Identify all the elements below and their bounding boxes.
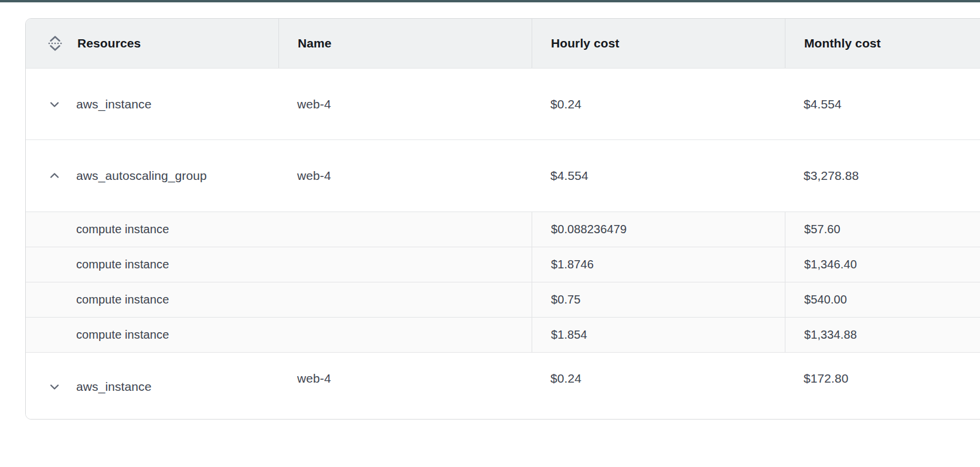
hourly-cost-cell: $1.8746 [532,247,785,282]
hourly-cost-cell: $0.24 [532,353,785,419]
component-name-cell: compute instance [26,212,532,247]
cost-component-row: compute instance $0.75 $540.00 [26,282,980,317]
component-name-cell: compute instance [26,282,532,317]
resource-type: aws_autoscaling_group [76,169,207,183]
table-row[interactable]: aws_instance web-4 $0.24 $4.554 [26,68,980,139]
chevron-down-icon[interactable] [47,97,62,111]
hourly-cost-cell: $0.75 [532,282,785,317]
resource-name-cell: web-4 [278,69,532,139]
column-header-label: Hourly cost [551,36,620,50]
table-row[interactable]: aws_autoscaling_group web-4 $4.554 $3,27… [26,139,980,212]
monthly-cost-cell: $3,278.88 [785,140,980,212]
component-name-cell: compute instance [26,247,532,282]
monthly-cost-cell: $172.80 [785,353,980,419]
monthly-cost-cell: $4.554 [785,69,980,139]
column-header-label: Monthly cost [804,36,881,50]
monthly-cost-cell: $57.60 [785,212,980,247]
top-accent-bar [0,0,980,2]
chevron-down-icon[interactable] [47,380,62,394]
hourly-cost-cell: $4.554 [532,140,785,212]
resource-type: aws_instance [76,97,151,111]
table-header-row: Resources Name Hourly cost Monthly cost [26,19,980,68]
table-row[interactable]: aws_instance web-4 $0.24 $172.80 [26,352,980,419]
column-header-monthly-cost: Monthly cost [785,19,980,68]
chevron-up-icon[interactable] [47,169,62,183]
monthly-cost-cell: $1,334.88 [785,318,980,352]
column-header-name: Name [278,19,532,68]
column-header-label: Name [298,36,332,50]
hourly-cost-cell: $0.088236479 [532,212,785,247]
component-name-cell: compute instance [26,318,532,352]
resource-type: aws_instance [76,380,151,394]
resource-name-cell: web-4 [278,140,532,212]
resource-cell: aws_instance [26,69,278,139]
resource-cell: aws_autoscaling_group [26,140,278,212]
monthly-cost-cell: $1,346.40 [785,247,980,282]
cost-breakdown-table: Resources Name Hourly cost Monthly cost … [25,18,980,420]
column-header-hourly-cost: Hourly cost [532,19,785,68]
column-header-resources: Resources [26,19,278,68]
resource-cell: aws_instance [26,353,278,420]
cost-component-row: compute instance $1.854 $1,334.88 [26,317,980,352]
cost-component-row: compute instance $1.8746 $1,346.40 [26,247,980,282]
hourly-cost-cell: $0.24 [532,69,785,139]
unfold-sort-icon[interactable] [47,35,63,52]
cost-component-row: compute instance $0.088236479 $57.60 [26,212,980,247]
column-header-label: Resources [77,36,141,50]
monthly-cost-cell: $540.00 [785,282,980,317]
resource-name-cell: web-4 [278,353,532,419]
hourly-cost-cell: $1.854 [532,318,785,352]
